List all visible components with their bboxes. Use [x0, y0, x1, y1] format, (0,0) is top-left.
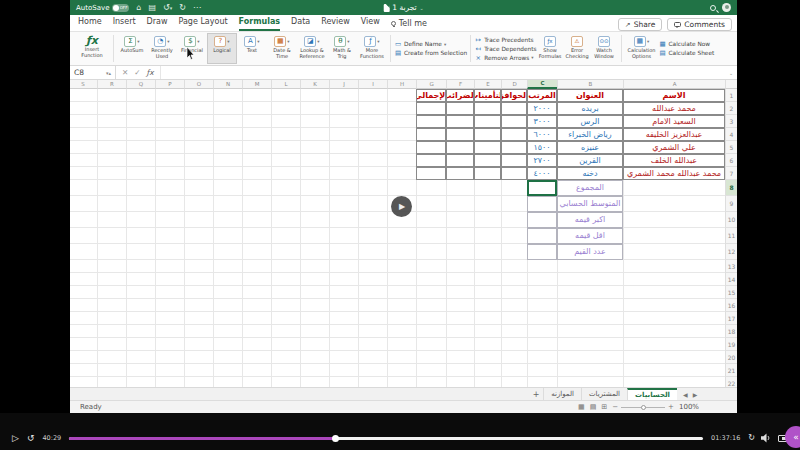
cell-L19[interactable] [271, 338, 300, 351]
cell-C20[interactable] [527, 351, 557, 364]
formula-bar-expand-icon[interactable]: ⌄ [725, 66, 737, 79]
cell-M7[interactable] [242, 167, 271, 180]
cell-N7[interactable] [213, 167, 242, 180]
cell-N18[interactable] [213, 325, 242, 338]
cell-P21[interactable] [155, 364, 184, 377]
cell-G12[interactable] [416, 244, 446, 260]
cell-K9[interactable] [300, 196, 329, 212]
cell-N11[interactable] [213, 228, 242, 244]
math-trig-button[interactable]: θ▾Math & Trig [327, 33, 357, 64]
select-all-corner[interactable] [725, 80, 737, 89]
row-header-3[interactable]: 3 [725, 115, 737, 128]
save-icon[interactable]: ▤ [149, 3, 157, 12]
cell-B9[interactable]: المتوسط الحسابي [557, 196, 623, 212]
cell-S21[interactable] [70, 364, 97, 377]
insert-function-icon[interactable]: ƒx [147, 68, 154, 77]
cell-I1[interactable] [358, 89, 387, 102]
cell-A1[interactable]: الاسم [623, 89, 725, 102]
cell-F12[interactable] [446, 244, 474, 260]
cell-M15[interactable] [242, 286, 271, 299]
cell-F9[interactable] [446, 196, 474, 212]
cell-S15[interactable] [70, 286, 97, 299]
column-header-Q[interactable]: Q [126, 80, 155, 89]
cell-K21[interactable] [300, 364, 329, 377]
zoom-knob[interactable] [641, 405, 646, 410]
column-header-O[interactable]: O [184, 80, 213, 89]
cell-K15[interactable] [300, 286, 329, 299]
cell-C16[interactable] [527, 299, 557, 312]
cell-L9[interactable] [271, 196, 300, 212]
cell-F5[interactable] [446, 141, 474, 154]
player-play-icon[interactable]: ▷ [12, 434, 19, 443]
cell-J6[interactable] [329, 154, 358, 167]
cell-A13[interactable] [623, 260, 725, 273]
cell-K14[interactable] [300, 273, 329, 286]
cell-D2[interactable] [501, 102, 527, 115]
cell-O8[interactable] [184, 180, 213, 196]
collapse-panel-button[interactable]: « [785, 426, 800, 448]
cell-A8[interactable] [623, 180, 725, 196]
name-box[interactable]: C8 ▾▴ [70, 66, 116, 79]
cell-G21[interactable] [416, 364, 446, 377]
cell-I11[interactable] [358, 228, 387, 244]
cell-E9[interactable] [474, 196, 501, 212]
date-time-button[interactable]: ▦▾Date & Time [267, 33, 297, 64]
cell-Q14[interactable] [126, 273, 155, 286]
row-header-19[interactable]: 19 [725, 338, 737, 351]
cell-N2[interactable] [213, 102, 242, 115]
cell-I8[interactable] [358, 180, 387, 196]
cell-I12[interactable] [358, 244, 387, 260]
cell-A5[interactable]: علي الشمري [623, 141, 725, 154]
cell-E6[interactable] [474, 154, 501, 167]
cell-O9[interactable] [184, 196, 213, 212]
cell-P19[interactable] [155, 338, 184, 351]
cell-F13[interactable] [446, 260, 474, 273]
cell-C12[interactable] [527, 244, 557, 260]
cell-R10[interactable] [97, 212, 126, 228]
redo-icon[interactable]: ↻ [179, 3, 186, 12]
cell-J17[interactable] [329, 312, 358, 325]
cell-J16[interactable] [329, 299, 358, 312]
cell-L15[interactable] [271, 286, 300, 299]
cell-E4[interactable] [474, 128, 501, 141]
cell-P2[interactable] [155, 102, 184, 115]
name-box-caret-icon[interactable]: ▾▴ [106, 70, 111, 76]
cell-D13[interactable] [501, 260, 527, 273]
share-button[interactable]: ↗ Share [618, 18, 663, 31]
cell-M13[interactable] [242, 260, 271, 273]
cell-K16[interactable] [300, 299, 329, 312]
cell-F14[interactable] [446, 273, 474, 286]
cell-O18[interactable] [184, 325, 213, 338]
cell-S7[interactable] [70, 167, 97, 180]
cell-J10[interactable] [329, 212, 358, 228]
cell-H12[interactable] [387, 244, 416, 260]
cell-E5[interactable] [474, 141, 501, 154]
cell-H15[interactable] [387, 286, 416, 299]
cell-K20[interactable] [300, 351, 329, 364]
cell-E11[interactable] [474, 228, 501, 244]
cell-M17[interactable] [242, 312, 271, 325]
cell-H22[interactable] [387, 377, 416, 387]
cell-L12[interactable] [271, 244, 300, 260]
cell-Q15[interactable] [126, 286, 155, 299]
cell-R18[interactable] [97, 325, 126, 338]
cell-N21[interactable] [213, 364, 242, 377]
cell-B8[interactable]: المجموع [557, 180, 623, 196]
cell-I21[interactable] [358, 364, 387, 377]
zoom-out-icon[interactable]: − [612, 403, 618, 411]
cell-E18[interactable] [474, 325, 501, 338]
cell-O5[interactable] [184, 141, 213, 154]
cell-H7[interactable] [387, 167, 416, 180]
cell-P4[interactable] [155, 128, 184, 141]
cell-J14[interactable] [329, 273, 358, 286]
cell-A21[interactable] [623, 364, 725, 377]
cell-P7[interactable] [155, 167, 184, 180]
cell-N15[interactable] [213, 286, 242, 299]
cell-O10[interactable] [184, 212, 213, 228]
cell-M6[interactable] [242, 154, 271, 167]
add-sheet-button[interactable]: + [529, 388, 543, 400]
cell-L10[interactable] [271, 212, 300, 228]
cell-H16[interactable] [387, 299, 416, 312]
cell-J11[interactable] [329, 228, 358, 244]
cell-C4[interactable]: ٦٠٠٠ [527, 128, 557, 141]
